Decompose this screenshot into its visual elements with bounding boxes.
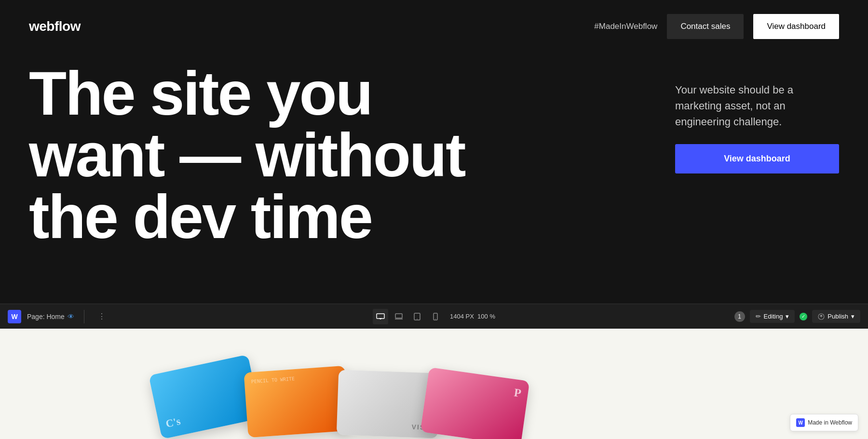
publish-label: Publish — [827, 313, 848, 320]
svg-point-8 — [435, 319, 435, 319]
pencil-icon: ✏ — [756, 313, 761, 320]
status-green-dot: ✓ — [800, 313, 807, 320]
hero-right: Your website should be a marketing asset… — [675, 63, 839, 173]
editing-label: Editing — [764, 313, 783, 320]
editor-toolbar: W Page: Home 👁 ⋮ 1404 PX 100 % 1 ✏ Editi… — [0, 304, 868, 329]
user-count-badge: 1 — [734, 311, 745, 322]
webflow-badge-icon: W — [796, 418, 805, 427]
page-label: Page: Home — [27, 313, 65, 320]
desktop-view-button[interactable] — [373, 309, 388, 324]
nav-right: #MadeInWebflow Contact sales View dashbo… — [594, 14, 839, 39]
website-preview: webflow #MadeInWebflow Contact sales Vie… — [0, 0, 868, 304]
made-in-webflow-badge[interactable]: W Made in Webflow — [790, 414, 858, 431]
site-logo: webflow — [29, 19, 81, 34]
view-dashboard-nav-button[interactable]: View dashboard — [753, 14, 839, 39]
contact-sales-button[interactable]: Contact sales — [667, 14, 744, 39]
hero-left: The site you want — without the dev time — [29, 63, 637, 248]
card-blue: C's — [149, 355, 261, 439]
editing-chevron-icon: ▾ — [786, 313, 789, 320]
svg-point-6 — [417, 319, 418, 319]
more-options-button[interactable]: ⋮ — [94, 309, 109, 324]
svg-rect-0 — [377, 314, 384, 319]
nav-hashtag: #MadeInWebflow — [594, 22, 657, 31]
svg-rect-3 — [395, 314, 402, 318]
made-in-webflow-label: Made in Webflow — [808, 419, 852, 426]
site-nav: webflow #MadeInWebflow Contact sales Vie… — [0, 0, 868, 53]
toolbar-divider-1 — [84, 310, 84, 323]
card-pink: P — [420, 367, 530, 439]
editing-button[interactable]: ✏ Editing ▾ — [750, 310, 795, 323]
hero-cta-button[interactable]: View dashboard — [675, 144, 839, 173]
canvas-preview-area: C's PENCIL TO WRITE VISA P W Made in Web… — [0, 329, 868, 439]
page-selector[interactable]: Page: Home 👁 — [27, 313, 74, 320]
hero-title: The site you want — without the dev time — [29, 63, 637, 248]
tablet-view-button[interactable] — [409, 309, 425, 324]
px-info: 1404 PX 100 % — [450, 313, 495, 320]
toolbar-right: 1 ✏ Editing ▾ ✓ Publish ▾ — [734, 310, 860, 323]
hero-section: The site you want — without the dev time… — [0, 53, 868, 248]
card-orange: PENCIL TO WRITE — [244, 366, 350, 438]
toolbar-left: W Page: Home 👁 ⋮ — [8, 309, 734, 324]
hero-subtitle: Your website should be a marketing asset… — [675, 82, 839, 130]
toolbar-center: 1404 PX 100 % — [373, 309, 495, 324]
mobile-view-button[interactable] — [428, 309, 443, 324]
webflow-w-icon: W — [8, 310, 21, 323]
page-eye-icon[interactable]: 👁 — [68, 313, 74, 320]
laptop-view-button[interactable] — [391, 309, 407, 324]
publish-chevron-icon: ▾ — [851, 313, 854, 320]
publish-button[interactable]: Publish ▾ — [812, 310, 860, 323]
